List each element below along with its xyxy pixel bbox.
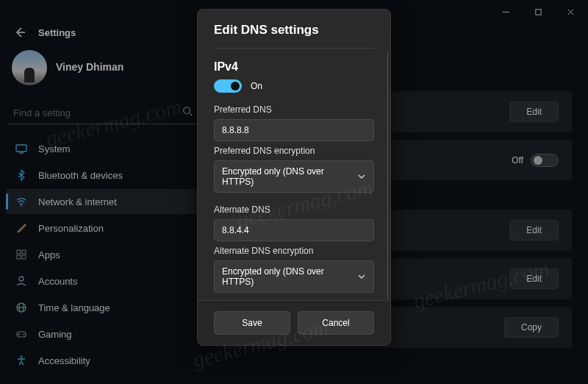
ipv4-toggle[interactable] (214, 79, 242, 93)
preferred-dns-input[interactable] (214, 119, 374, 141)
save-button[interactable]: Save (214, 311, 290, 335)
ipv4-heading: IPv4 (214, 60, 374, 74)
select-value: Encrypted only (DNS over HTTPS) (222, 266, 357, 287)
chevron-down-icon (357, 172, 366, 181)
toggle-on-label: On (251, 81, 262, 91)
preferred-dns-label: Preferred DNS (214, 104, 374, 115)
preferred-enc-label: Preferred DNS encryption (214, 146, 374, 156)
chevron-down-icon (357, 272, 366, 281)
alternate-dns-label: Alternate DNS (214, 205, 374, 215)
select-value: Encrypted only (DNS over HTTPS) (222, 166, 357, 187)
modal-title: Edit DNS settings (214, 23, 374, 38)
cancel-button[interactable]: Cancel (298, 311, 374, 335)
alternate-enc-label: Alternate DNS encryption (214, 246, 374, 256)
edit-dns-modal: Edit DNS settings IPv4 On Preferred DNS … (197, 9, 391, 346)
scrollbar[interactable] (387, 52, 388, 299)
divider (214, 48, 374, 49)
alternate-enc-select[interactable]: Encrypted only (DNS over HTTPS) (214, 260, 374, 293)
alternate-dns-input[interactable] (214, 219, 374, 241)
preferred-enc-select[interactable]: Encrypted only (DNS over HTTPS) (214, 160, 374, 193)
